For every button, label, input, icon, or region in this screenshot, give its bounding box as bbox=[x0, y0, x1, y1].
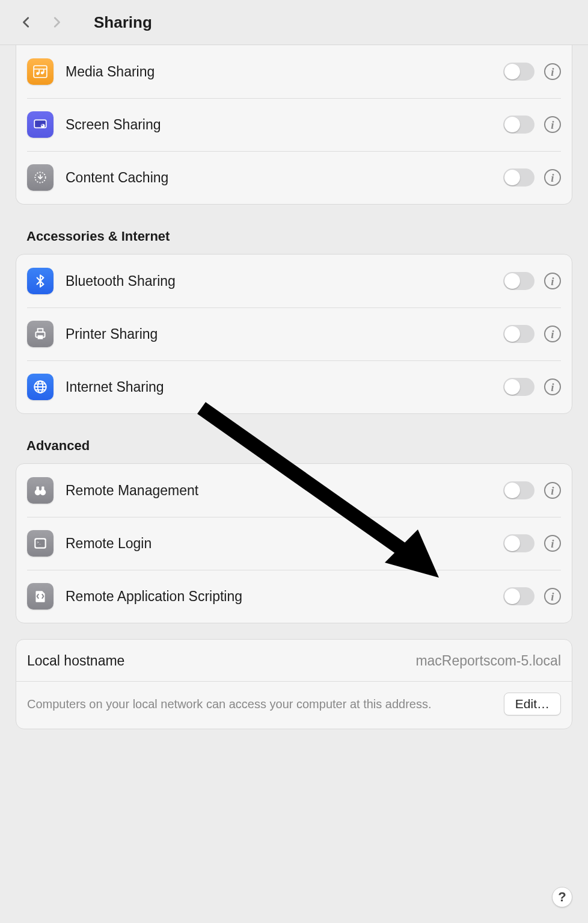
row-printer-sharing[interactable]: Printer Sharing i bbox=[16, 307, 572, 360]
info-button-bluetooth-sharing[interactable]: i bbox=[544, 273, 561, 289]
info-button-internet-sharing[interactable]: i bbox=[544, 378, 561, 395]
toggle-remote-app-scripting[interactable] bbox=[503, 587, 534, 605]
svg-rect-13 bbox=[38, 335, 43, 339]
bluetooth-icon bbox=[27, 268, 54, 294]
terminal-icon: >_ bbox=[27, 530, 54, 557]
row-remote-login[interactable]: >_ Remote Login i bbox=[16, 517, 572, 570]
info-button-remote-login[interactable]: i bbox=[544, 535, 561, 552]
binoculars-icon bbox=[27, 477, 54, 504]
content-caching-icon bbox=[27, 164, 54, 191]
svg-point-8 bbox=[41, 124, 45, 128]
media-sharing-icon bbox=[27, 58, 54, 85]
header-bar: Sharing bbox=[0, 0, 588, 45]
svg-rect-3 bbox=[38, 70, 40, 74]
svg-rect-12 bbox=[38, 329, 43, 332]
svg-point-9 bbox=[41, 125, 43, 126]
toggle-printer-sharing[interactable] bbox=[503, 325, 534, 343]
toggle-screen-sharing[interactable] bbox=[503, 116, 534, 134]
back-button[interactable] bbox=[14, 10, 38, 34]
printer-icon bbox=[27, 321, 54, 347]
row-screen-sharing[interactable]: Screen Sharing i bbox=[16, 98, 572, 151]
sharing-group-accessories: Bluetooth Sharing i Printer Sharing i In… bbox=[16, 254, 572, 414]
row-label: Content Caching bbox=[66, 170, 503, 186]
info-button-printer-sharing[interactable]: i bbox=[544, 326, 561, 342]
row-content-caching[interactable]: Content Caching i bbox=[16, 151, 572, 204]
toggle-media-sharing[interactable] bbox=[503, 63, 534, 81]
svg-rect-5 bbox=[43, 69, 44, 73]
row-media-sharing[interactable]: Media Sharing i bbox=[16, 45, 572, 98]
svg-text:>_: >_ bbox=[37, 540, 41, 545]
info-button-media-sharing[interactable]: i bbox=[544, 63, 561, 80]
svg-rect-22 bbox=[41, 487, 44, 491]
section-heading-accessories: Accessories & Internet bbox=[26, 229, 572, 244]
page-title: Sharing bbox=[94, 13, 152, 32]
row-label: Internet Sharing bbox=[66, 379, 503, 395]
info-button-content-caching[interactable]: i bbox=[544, 169, 561, 186]
svg-rect-0 bbox=[34, 66, 47, 78]
section-heading-advanced: Advanced bbox=[26, 438, 572, 454]
toggle-content-caching[interactable] bbox=[503, 168, 534, 187]
row-label: Bluetooth Sharing bbox=[66, 273, 503, 289]
toggle-remote-management[interactable] bbox=[503, 481, 534, 499]
svg-rect-21 bbox=[37, 487, 39, 491]
row-label: Media Sharing bbox=[66, 64, 503, 80]
row-remote-management[interactable]: Remote Management i bbox=[16, 464, 572, 517]
local-hostname-label: Local hostname bbox=[27, 653, 415, 669]
script-icon bbox=[27, 583, 54, 610]
sharing-group-top: Media Sharing i Screen Sharing i Content… bbox=[16, 45, 572, 205]
row-label: Printer Sharing bbox=[66, 326, 503, 342]
row-label: Remote Login bbox=[66, 536, 503, 552]
row-label: Remote Application Scripting bbox=[66, 588, 503, 605]
toggle-remote-login[interactable] bbox=[503, 534, 534, 552]
sharing-group-advanced: Remote Management i >_ Remote Login i Re… bbox=[16, 463, 572, 623]
local-hostname-value: macReportscom-5.local bbox=[415, 653, 561, 669]
edit-hostname-button[interactable]: Edit… bbox=[504, 693, 561, 715]
info-button-remote-app-scripting[interactable]: i bbox=[544, 588, 561, 605]
row-remote-app-scripting[interactable]: Remote Application Scripting i bbox=[16, 570, 572, 623]
forward-button[interactable] bbox=[44, 10, 69, 34]
local-hostname-description: Computers on your local network can acce… bbox=[27, 696, 492, 713]
info-button-screen-sharing[interactable]: i bbox=[544, 116, 561, 133]
toggle-bluetooth-sharing[interactable] bbox=[503, 272, 534, 290]
local-hostname-card: Local hostname macReportscom-5.local Com… bbox=[16, 639, 572, 729]
info-button-remote-management[interactable]: i bbox=[544, 482, 561, 499]
row-label: Screen Sharing bbox=[66, 117, 503, 133]
toggle-internet-sharing[interactable] bbox=[503, 378, 534, 396]
row-internet-sharing[interactable]: Internet Sharing i bbox=[16, 360, 572, 413]
screen-sharing-icon bbox=[27, 111, 54, 138]
row-label: Remote Management bbox=[66, 483, 503, 499]
row-bluetooth-sharing[interactable]: Bluetooth Sharing i bbox=[16, 255, 572, 307]
globe-icon bbox=[27, 374, 54, 400]
help-button[interactable]: ? bbox=[552, 887, 572, 907]
